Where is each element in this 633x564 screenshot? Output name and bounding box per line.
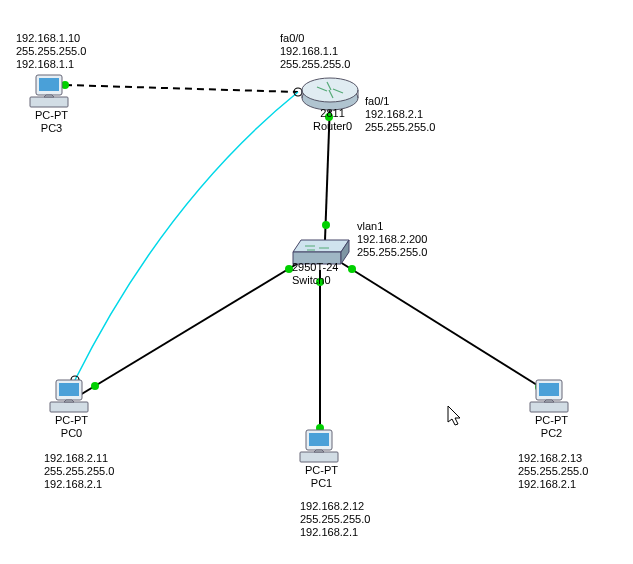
device-router0[interactable] <box>302 78 358 110</box>
label-pc1: PC-PT PC1 <box>305 464 338 490</box>
device-pc0[interactable] <box>50 380 88 412</box>
svg-rect-4 <box>30 97 68 107</box>
linklight-switch-uplink <box>322 221 330 229</box>
svg-rect-12 <box>539 383 559 396</box>
label-switch0: 2950T-24 Switch0 <box>292 261 338 287</box>
svg-rect-3 <box>39 78 59 91</box>
device-pc1[interactable] <box>300 430 338 462</box>
svg-rect-13 <box>530 402 568 412</box>
info-pc1: 192.168.2.12 255.255.255.0 192.168.2.1 <box>300 500 370 540</box>
device-pc2[interactable] <box>530 380 568 412</box>
label-router0: 2811 Router0 <box>313 107 352 133</box>
svg-point-1 <box>302 78 358 102</box>
svg-rect-7 <box>50 402 88 412</box>
info-pc3: 192.168.1.10 255.255.255.0 192.168.1.1 <box>16 32 86 72</box>
label-pc0: PC-PT PC0 <box>55 414 88 440</box>
info-switch-vlan: vlan1 192.168.2.200 255.255.255.0 <box>357 220 427 260</box>
svg-rect-10 <box>300 452 338 462</box>
link-switch0-pc0 <box>80 262 300 395</box>
info-router-fa00: fa0/0 192.168.1.1 255.255.255.0 <box>280 32 350 72</box>
link-switch0-pc2 <box>340 262 545 390</box>
cursor-icon <box>448 406 460 425</box>
svg-rect-6 <box>59 383 79 396</box>
label-pc3: PC-PT PC3 <box>35 109 68 135</box>
svg-rect-9 <box>309 433 329 446</box>
link-pc3-router0 <box>65 85 298 92</box>
info-router-fa01: fa0/1 192.168.2.1 255.255.255.0 <box>365 95 435 135</box>
link-pc0-router0-console <box>75 92 298 380</box>
linklight-switch-pc2 <box>348 265 356 273</box>
label-pc2: PC-PT PC2 <box>535 414 568 440</box>
info-pc2: 192.168.2.13 255.255.255.0 192.168.2.1 <box>518 452 588 492</box>
device-pc3[interactable] <box>30 75 68 107</box>
info-pc0: 192.168.2.11 255.255.255.0 192.168.2.1 <box>44 452 114 492</box>
linklight-pc0 <box>91 382 99 390</box>
